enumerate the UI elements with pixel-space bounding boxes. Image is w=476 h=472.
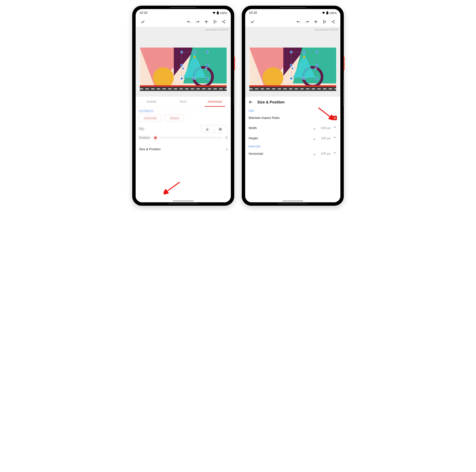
svg-point-50: [290, 77, 292, 80]
width-stepper[interactable]: ⌄ 233 px ⌃: [312, 126, 337, 130]
maintain-aspect-ratio-checkbox[interactable]: [332, 116, 337, 120]
rotation-slider[interactable]: [154, 136, 222, 139]
flip-buttons[interactable]: ▲ ▶: [201, 125, 227, 133]
increment-icon[interactable]: ⌃: [332, 126, 337, 130]
play-button[interactable]: [211, 18, 219, 25]
svg-rect-53: [292, 67, 293, 69]
svg-rect-55: [315, 67, 316, 69]
last-saved-label: Last saved at 14:40:30: [205, 28, 228, 31]
confirm-button[interactable]: [249, 18, 256, 25]
flip-horizontal-icon[interactable]: ▶: [214, 125, 227, 132]
battery-percent: 100%: [220, 11, 227, 15]
svg-point-24: [206, 77, 208, 80]
panel-title: Size & Position: [257, 100, 285, 104]
undo-button[interactable]: [295, 18, 302, 25]
last-saved-label: Last saved at 14:45:16: [315, 28, 338, 31]
height-label: Height: [249, 136, 312, 140]
power-button: [234, 57, 235, 70]
share-button[interactable]: [329, 18, 337, 25]
svg-point-18: [193, 51, 196, 53]
flip-label: Flip: [139, 127, 201, 130]
height-value[interactable]: 192 px: [319, 136, 331, 140]
distribute-section-label: DISTRIBUTE: [139, 110, 227, 113]
play-button[interactable]: [321, 18, 328, 25]
svg-point-52: [316, 77, 318, 80]
volume-button: [344, 79, 344, 106]
horizontal-value[interactable]: 478 px: [319, 152, 331, 156]
slide-canvas[interactable]: [139, 48, 227, 91]
home-indicator: [282, 201, 303, 201]
svg-rect-54: [302, 77, 304, 79]
svg-point-20: [181, 64, 183, 66]
increment-icon[interactable]: ⌃: [332, 151, 337, 156]
height-stepper[interactable]: ⌄ 192 px ⌃: [312, 136, 337, 141]
battery-icon: [326, 11, 328, 14]
decrement-icon[interactable]: ⌄: [312, 151, 317, 156]
size-position-row[interactable]: Size & Position ›: [136, 144, 231, 155]
svg-rect-0: [217, 12, 219, 14]
add-button[interactable]: [312, 18, 320, 25]
position-section-label: POSITION: [245, 144, 340, 149]
horizontal-stepper[interactable]: ⌄ 478 px ⌃: [312, 151, 337, 156]
status-bar: 10:10 100%: [136, 9, 231, 16]
battery-percent: 100%: [329, 11, 337, 15]
svg-point-47: [316, 51, 318, 53]
svg-rect-1: [217, 11, 218, 12]
app-toolbar: [245, 16, 340, 27]
redo-button[interactable]: [194, 18, 201, 25]
distribute-horizontal-button[interactable]: Horizontal: [139, 114, 161, 122]
svg-rect-29: [326, 12, 328, 14]
wifi-icon: [322, 12, 325, 14]
add-button[interactable]: [203, 18, 210, 25]
power-button: [344, 57, 344, 70]
svg-point-38: [263, 67, 283, 88]
svg-point-21: [206, 64, 208, 66]
arrange-settings-blurred: DISTRIBUTE Horizontal Vertical Flip ▲ ▶ …: [136, 107, 231, 144]
svg-point-17: [181, 51, 183, 53]
decrement-icon[interactable]: ⌄: [312, 126, 317, 130]
svg-rect-25: [182, 67, 184, 69]
tab-arrange[interactable]: ARRANGE: [199, 97, 231, 107]
distribute-vertical-button[interactable]: Vertical: [165, 114, 184, 122]
share-button[interactable]: [220, 18, 227, 25]
slide-canvas[interactable]: [249, 48, 337, 91]
width-value[interactable]: 233 px: [319, 126, 331, 130]
rotation-label: Rotation: [139, 136, 154, 139]
wifi-icon: [212, 12, 216, 14]
slide-artwork: [249, 48, 337, 91]
volume-button: [234, 79, 235, 106]
svg-rect-26: [193, 77, 194, 79]
maintain-aspect-ratio-label: Maintain Aspect Ratio: [249, 116, 332, 120]
slide-artwork: [139, 48, 227, 91]
back-button[interactable]: [248, 98, 254, 106]
rotation-value: 0: [222, 136, 227, 139]
confirm-button[interactable]: [139, 18, 147, 25]
svg-point-45: [290, 51, 292, 53]
svg-rect-30: [327, 11, 328, 12]
redo-button[interactable]: [303, 18, 311, 25]
phone-left: 10:10 100%: [132, 6, 234, 206]
status-bar: 10:10 100%: [245, 9, 340, 16]
width-label: Width: [249, 126, 312, 130]
decrement-icon[interactable]: ⌄: [312, 136, 317, 141]
svg-point-46: [303, 51, 305, 53]
undo-button[interactable]: [185, 18, 193, 25]
increment-icon[interactable]: ⌃: [332, 136, 337, 141]
svg-point-48: [290, 64, 292, 66]
size-section-label: SIZE: [245, 108, 340, 113]
height-row: Height ⌄ 192 px ⌃: [245, 133, 340, 144]
canvas-area[interactable]: Last saved at 14:40:30: [136, 27, 231, 97]
svg-point-49: [316, 64, 318, 66]
chevron-right-icon: ›: [226, 147, 227, 152]
canvas-area[interactable]: Last saved at 14:45:16: [245, 27, 340, 97]
size-position-label: Size & Position: [139, 147, 161, 151]
width-row: Width ⌄ 233 px ⌃: [245, 123, 340, 133]
tab-text[interactable]: TEXT: [167, 97, 199, 107]
maintain-aspect-ratio-row[interactable]: Maintain Aspect Ratio: [245, 113, 340, 123]
tab-shape[interactable]: SHAPE: [136, 97, 167, 107]
clock: 10:10: [249, 11, 257, 15]
bottom-panel-arrange: SHAPE TEXT ARRANGE DISTRIBUTE Horizontal…: [136, 97, 231, 202]
flip-vertical-icon[interactable]: ▲: [201, 125, 214, 132]
home-indicator: [173, 201, 194, 201]
svg-rect-27: [205, 67, 207, 69]
